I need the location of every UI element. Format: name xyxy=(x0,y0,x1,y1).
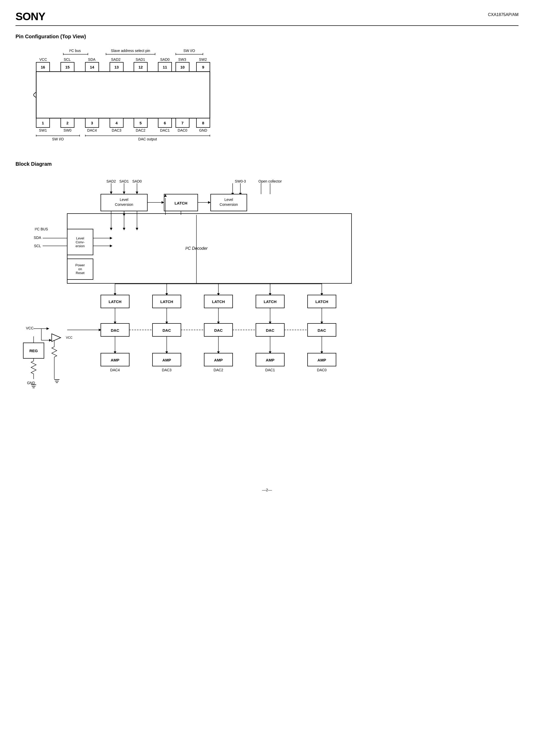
svg-text:SAD0: SAD0 xyxy=(132,179,142,183)
svg-marker-75 xyxy=(123,192,125,194)
pin-diagram: I²C bus Slave address select pin SW I/O … xyxy=(15,47,227,146)
svg-text:SW0-3: SW0-3 xyxy=(235,179,246,183)
svg-text:DAC: DAC xyxy=(163,328,171,333)
svg-text:GND: GND xyxy=(199,128,207,132)
svg-text:14: 14 xyxy=(90,65,94,69)
svg-text:DAC2: DAC2 xyxy=(213,368,223,372)
svg-text:DAC3: DAC3 xyxy=(162,368,172,372)
svg-marker-77 xyxy=(136,192,138,194)
svg-text:DAC: DAC xyxy=(318,328,326,333)
svg-text:Conv-: Conv- xyxy=(76,240,85,244)
svg-text:8: 8 xyxy=(202,121,204,125)
svg-text:4: 4 xyxy=(116,121,118,125)
svg-text:AMP: AMP xyxy=(266,358,274,362)
pin-config-section: Pin Configuration (Top View) I²C bus Sla… xyxy=(15,34,519,146)
page-footer: —2— xyxy=(15,488,519,492)
svg-text:LATCH: LATCH xyxy=(109,299,121,304)
svg-text:6: 6 xyxy=(164,121,166,125)
svg-text:SDA: SDA xyxy=(88,57,95,62)
svg-text:AMP: AMP xyxy=(162,358,171,362)
svg-text:DAC4: DAC4 xyxy=(87,128,97,132)
svg-text:LATCH: LATCH xyxy=(160,299,173,304)
svg-text:11: 11 xyxy=(163,65,167,69)
svg-text:13: 13 xyxy=(115,65,119,69)
svg-text:SDA: SDA xyxy=(34,235,41,240)
svg-text:DAC: DAC xyxy=(266,328,275,333)
svg-text:Level: Level xyxy=(76,236,84,240)
svg-text:LATCH: LATCH xyxy=(264,299,277,304)
svg-text:LATCH: LATCH xyxy=(174,201,187,205)
svg-text:SCL: SCL xyxy=(34,244,41,248)
svg-text:1: 1 xyxy=(42,121,44,125)
svg-text:VCC: VCC xyxy=(39,57,47,62)
svg-text:SW0: SW0 xyxy=(64,128,71,132)
svg-text:DAC4: DAC4 xyxy=(110,368,120,372)
svg-marker-206 xyxy=(49,339,52,341)
svg-text:GND: GND xyxy=(27,381,35,385)
svg-text:DAC: DAC xyxy=(214,328,223,333)
svg-text:SAD1: SAD1 xyxy=(136,57,145,62)
svg-text:AMP: AMP xyxy=(317,358,326,362)
svg-text:AMP: AMP xyxy=(111,358,119,362)
svg-text:DAC1: DAC1 xyxy=(265,368,275,372)
svg-text:DAC output: DAC output xyxy=(138,137,157,141)
svg-text:12: 12 xyxy=(139,65,143,69)
svg-marker-82 xyxy=(162,201,164,204)
svg-text:AMP: AMP xyxy=(214,358,223,362)
svg-text:VCC: VCC xyxy=(66,336,73,339)
svg-text:SW1: SW1 xyxy=(39,128,47,132)
svg-text:9: 9 xyxy=(202,65,204,69)
svg-text:LATCH: LATCH xyxy=(212,299,225,304)
svg-text:DAC3: DAC3 xyxy=(112,128,121,132)
svg-text:Open collector: Open collector xyxy=(258,179,282,183)
svg-text:10: 10 xyxy=(180,65,185,69)
svg-text:ersion: ersion xyxy=(75,244,85,248)
svg-text:SAD1: SAD1 xyxy=(120,179,129,183)
svg-marker-203 xyxy=(46,327,49,330)
block-diagram: SAD2 SAD1 SAD0 Level Conversion LATCH SW… xyxy=(15,175,429,472)
svg-text:VCC: VCC xyxy=(26,326,34,330)
svg-text:DAC1: DAC1 xyxy=(160,128,170,132)
svg-text:SW3: SW3 xyxy=(178,57,186,62)
svg-text:SAD0: SAD0 xyxy=(160,57,170,62)
page-number: —2— xyxy=(262,488,272,492)
svg-text:Power: Power xyxy=(75,263,85,267)
svg-text:Conversion: Conversion xyxy=(220,202,238,206)
svg-text:DAC2: DAC2 xyxy=(136,128,146,132)
block-diagram-title: Block Diagram xyxy=(15,161,519,167)
page-header: SONY CXA1875AP/AM xyxy=(15,10,519,26)
svg-text:DAC: DAC xyxy=(111,328,120,333)
svg-text:Reset: Reset xyxy=(76,271,85,275)
svg-text:DAC0: DAC0 xyxy=(177,128,187,132)
svg-text:SW2: SW2 xyxy=(199,57,207,62)
svg-text:SAD2: SAD2 xyxy=(106,179,116,183)
svg-text:SW I/O: SW I/O xyxy=(52,137,64,141)
svg-text:REG: REG xyxy=(30,348,38,353)
svg-rect-36 xyxy=(36,72,210,118)
svg-text:Level: Level xyxy=(120,198,128,202)
svg-text:15: 15 xyxy=(66,65,70,69)
svg-text:I²C bus: I²C bus xyxy=(69,49,81,53)
svg-text:SCL: SCL xyxy=(64,57,70,62)
svg-text:I²C BUS: I²C BUS xyxy=(35,227,48,231)
svg-text:LATCH: LATCH xyxy=(315,299,328,304)
svg-marker-86 xyxy=(208,201,211,204)
svg-text:5: 5 xyxy=(140,121,142,125)
model-number: CXA1875AP/AM xyxy=(488,10,519,17)
svg-text:DAC0: DAC0 xyxy=(317,368,327,372)
pin-config-title: Pin Configuration (Top View) xyxy=(15,34,519,40)
svg-text:Conversion: Conversion xyxy=(115,202,133,206)
svg-text:Level: Level xyxy=(224,198,233,202)
svg-text:3: 3 xyxy=(91,121,93,125)
svg-marker-73 xyxy=(110,192,113,194)
sony-logo: SONY xyxy=(15,10,45,23)
svg-text:Slave address select pin: Slave address select pin xyxy=(111,49,150,53)
svg-text:SAD2: SAD2 xyxy=(111,57,121,62)
svg-text:on: on xyxy=(78,267,82,271)
svg-text:2: 2 xyxy=(67,121,68,125)
svg-rect-98 xyxy=(67,214,352,284)
svg-marker-207 xyxy=(52,334,61,341)
svg-text:SW I/O: SW I/O xyxy=(183,49,195,53)
block-diagram-section: Block Diagram SAD2 SAD1 SAD0 Level Conve… xyxy=(15,161,519,472)
svg-text:16: 16 xyxy=(41,65,45,69)
